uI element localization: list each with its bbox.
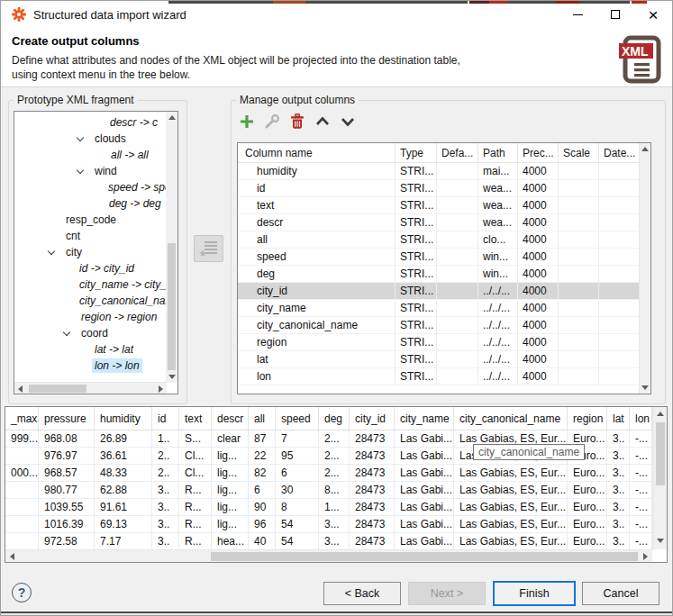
output-column-row-city-id[interactable]: city_idSTRI...../../...4000 bbox=[238, 283, 641, 300]
cell[interactable] bbox=[599, 231, 641, 248]
cell[interactable] bbox=[599, 180, 641, 196]
cell[interactable]: lon bbox=[238, 368, 396, 385]
chevron-expanded-icon[interactable] bbox=[48, 248, 55, 255]
cell[interactable]: 6 bbox=[249, 482, 276, 498]
cell[interactable]: Las Gabi... bbox=[395, 430, 454, 447]
cell[interactable] bbox=[599, 300, 641, 316]
cell[interactable] bbox=[559, 231, 599, 248]
cell[interactable]: ../../... bbox=[478, 317, 518, 333]
column-header-column-name[interactable]: Column name bbox=[238, 143, 396, 162]
cancel-button[interactable]: Cancel bbox=[582, 582, 659, 605]
tree-item-clouds[interactable]: clouds bbox=[92, 131, 129, 147]
column-header-type[interactable]: Type bbox=[396, 143, 437, 162]
cell[interactable]: 3... bbox=[319, 516, 350, 532]
cell[interactable]: STRI... bbox=[396, 197, 437, 213]
cell[interactable] bbox=[437, 300, 478, 316]
scroll-down-arrow-icon[interactable] bbox=[166, 371, 177, 383]
cell[interactable] bbox=[599, 334, 641, 350]
cell[interactable]: 2... bbox=[319, 430, 350, 447]
cell[interactable] bbox=[559, 334, 599, 350]
cell[interactable]: 36.61 bbox=[95, 448, 152, 464]
cell[interactable] bbox=[437, 368, 478, 385]
cell[interactable]: 3.. bbox=[607, 516, 630, 532]
cell[interactable]: STRI... bbox=[396, 317, 437, 333]
cell[interactable] bbox=[559, 266, 599, 282]
xml-tree[interactable]: descr -> ccloudsall -> allwindspeed -> s… bbox=[14, 111, 178, 394]
cell[interactable]: 54 bbox=[276, 516, 319, 532]
cell[interactable]: 28473 bbox=[350, 482, 395, 498]
cell[interactable]: 3.. bbox=[152, 482, 179, 498]
cell[interactable]: 4000 bbox=[518, 197, 559, 213]
preview-data-row-7[interactable]: 972.587.173..R...hea...40543...28473Las … bbox=[5, 533, 652, 550]
cell[interactable]: Las Gabias, ES, Eur... bbox=[454, 465, 568, 481]
cell[interactable]: Las Gabi... bbox=[395, 516, 454, 532]
cell[interactable]: Euro... bbox=[568, 516, 607, 532]
preview-header-city-id[interactable]: city_id bbox=[350, 407, 395, 430]
output-column-row-city-canonical-name[interactable]: city_canonical_nameSTRI...../../...4000 bbox=[238, 317, 641, 334]
cell[interactable] bbox=[559, 163, 599, 179]
output-column-row-text[interactable]: textSTRI...wea...4000 bbox=[238, 197, 641, 214]
cell[interactable] bbox=[599, 283, 641, 299]
cell[interactable]: STRI... bbox=[396, 334, 437, 350]
cell[interactable] bbox=[559, 197, 599, 213]
cell[interactable]: -... bbox=[630, 482, 652, 498]
preview-header-region[interactable]: region bbox=[568, 407, 607, 430]
tree-item-city[interactable]: city bbox=[63, 244, 85, 260]
cell[interactable]: lig... bbox=[212, 482, 249, 498]
cell[interactable]: ../../... bbox=[478, 300, 518, 316]
cell[interactable]: STRI... bbox=[396, 368, 437, 385]
cell[interactable] bbox=[559, 317, 599, 333]
maximize-button[interactable] bbox=[598, 1, 632, 28]
scroll-up-arrow-icon[interactable] bbox=[166, 112, 177, 123]
cell[interactable]: STRI... bbox=[396, 180, 437, 196]
cell[interactable] bbox=[437, 249, 478, 265]
cell[interactable]: 3.. bbox=[152, 533, 179, 549]
cell[interactable]: 2... bbox=[319, 448, 350, 464]
cell[interactable]: 28473 bbox=[350, 448, 395, 464]
output-column-row-region[interactable]: regionSTRI...../../...4000 bbox=[238, 334, 641, 351]
preview-header-descr[interactable]: descr bbox=[212, 407, 249, 430]
cell[interactable]: wea... bbox=[478, 214, 518, 231]
cell[interactable]: Las Gabias, ES, Eur... bbox=[454, 516, 568, 532]
chevron-expanded-icon[interactable] bbox=[77, 167, 84, 174]
move-column-up-button[interactable] bbox=[314, 113, 332, 131]
preview-data-row-5[interactable]: 1039.5591.613..R...lig...9081...28473Las… bbox=[5, 499, 652, 516]
cell[interactable]: STRI... bbox=[396, 300, 437, 316]
preview-data-row-4[interactable]: 980.7762.883..R...lig...6308...28473Las … bbox=[5, 482, 652, 499]
scroll-up-arrow-icon[interactable] bbox=[640, 143, 650, 155]
preview-header-city-name[interactable]: city_name bbox=[395, 407, 454, 430]
cell[interactable]: -... bbox=[630, 533, 652, 549]
cell[interactable]: 82 bbox=[249, 465, 276, 481]
cell[interactable] bbox=[437, 231, 478, 248]
cell[interactable]: speed bbox=[238, 249, 396, 265]
scrollbar-thumb[interactable] bbox=[168, 243, 176, 370]
column-header-defa[interactable]: Defa... bbox=[437, 143, 478, 162]
cell[interactable]: 91.61 bbox=[95, 499, 152, 515]
cell[interactable]: 4000 bbox=[518, 283, 559, 299]
tree-item-cnt[interactable]: cnt bbox=[63, 228, 83, 244]
cell[interactable]: hea... bbox=[212, 533, 249, 549]
cell[interactable]: 6 bbox=[276, 465, 319, 481]
output-column-row-all[interactable]: allSTRI...clo...4000 bbox=[238, 231, 641, 249]
cell[interactable]: 3.. bbox=[607, 533, 630, 549]
finish-button[interactable]: Finish bbox=[493, 581, 576, 606]
cell[interactable]: wea... bbox=[478, 197, 518, 213]
cell[interactable]: clear bbox=[212, 430, 249, 447]
tree-item-speed-spe[interactable]: speed -> spe bbox=[105, 179, 167, 195]
cell[interactable]: 976.97 bbox=[39, 448, 95, 464]
cell[interactable]: wea... bbox=[478, 180, 518, 196]
cell[interactable]: Euro... bbox=[568, 465, 607, 481]
cell[interactable] bbox=[437, 283, 478, 299]
close-button[interactable]: × bbox=[636, 1, 670, 28]
cell[interactable] bbox=[559, 351, 599, 367]
cell[interactable]: R... bbox=[179, 533, 212, 549]
cell[interactable]: 4000 bbox=[518, 368, 559, 385]
cell[interactable]: city_id bbox=[238, 283, 396, 299]
cell[interactable]: STRI... bbox=[396, 163, 437, 179]
preview-vertical-scrollbar[interactable] bbox=[652, 407, 667, 549]
cell[interactable] bbox=[559, 300, 599, 316]
edit-column-button-disabled[interactable] bbox=[263, 113, 281, 131]
cell[interactable]: 62.88 bbox=[95, 482, 152, 498]
cell[interactable]: ../../... bbox=[478, 368, 518, 385]
cell[interactable] bbox=[599, 214, 641, 231]
